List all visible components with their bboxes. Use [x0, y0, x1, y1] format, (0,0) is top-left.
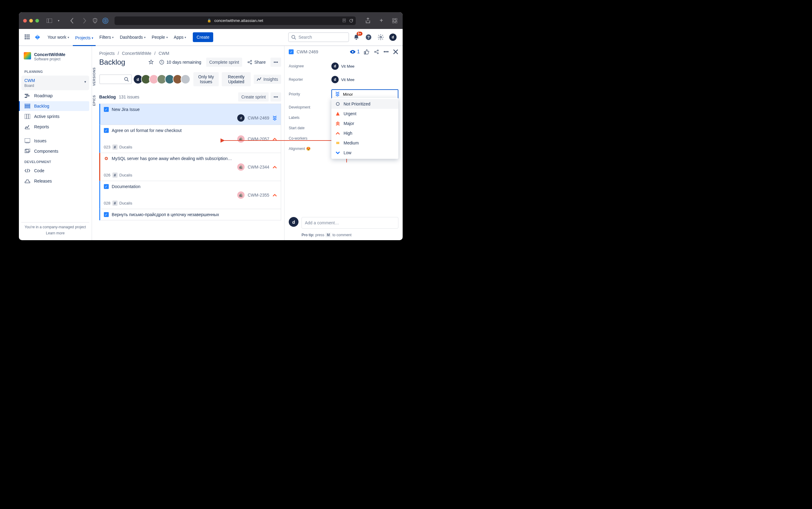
- nav-projects[interactable]: Projects▾: [73, 34, 96, 46]
- star-icon[interactable]: [148, 59, 154, 65]
- assignee-filter-avatars[interactable]: d: [135, 74, 190, 84]
- nav-your-work[interactable]: Your work▾: [45, 33, 72, 41]
- shield-icon[interactable]: [91, 17, 99, 24]
- svg-line-34: [127, 80, 128, 81]
- sidebar-backlog[interactable]: Backlog: [19, 101, 89, 111]
- svg-rect-23: [25, 138, 30, 142]
- section-planning: PLANNING: [21, 66, 89, 75]
- search-input[interactable]: Search: [288, 32, 349, 42]
- reports-icon: [24, 124, 31, 129]
- thumbs-up-icon[interactable]: [364, 49, 369, 55]
- releases-icon: [24, 179, 31, 183]
- lock-icon: 🔒: [207, 19, 211, 23]
- reload-icon[interactable]: [349, 19, 353, 23]
- recently-updated-button[interactable]: Recently Updated: [222, 72, 250, 86]
- share-icon[interactable]: [364, 17, 372, 24]
- create-button[interactable]: Create: [193, 32, 213, 42]
- tabs-icon[interactable]: [391, 17, 398, 24]
- sidebar-code[interactable]: Code: [21, 166, 89, 176]
- complete-sprint-button[interactable]: Complete sprint: [206, 58, 242, 67]
- only-my-issues-button[interactable]: Only My Issues: [193, 72, 219, 86]
- more-icon[interactable]: •••: [383, 49, 389, 55]
- backlog-icon: [24, 104, 31, 108]
- close-window[interactable]: [23, 19, 27, 23]
- url-bar[interactable]: 🔒 concertwithme.atlassian.net 🈂: [114, 16, 356, 25]
- insights-button[interactable]: Insights: [254, 75, 281, 84]
- footer-note: You're in a company-managed project: [25, 225, 86, 229]
- watch-button[interactable]: 1: [349, 49, 360, 55]
- issue-card[interactable]: ✓Documentation🪨CWM-2355028#Ducalis: [99, 181, 281, 209]
- components-icon: [24, 149, 31, 154]
- issue-card[interactable]: MySQL server has gone away when dealing …: [99, 153, 281, 181]
- learn-more-link[interactable]: Learn more: [24, 231, 87, 235]
- svg-rect-15: [26, 95, 30, 96]
- more-menu-button[interactable]: •••: [270, 58, 281, 67]
- sidebar-releases[interactable]: Releases: [21, 176, 89, 186]
- onepassword-icon[interactable]: [102, 17, 109, 24]
- priority-option[interactable]: High: [331, 128, 398, 138]
- filter-search[interactable]: [99, 74, 132, 84]
- priority-option[interactable]: Not Prioritized: [331, 99, 398, 109]
- share-icon[interactable]: [374, 49, 379, 55]
- max-window[interactable]: [35, 19, 39, 23]
- issue-card[interactable]: ✓Agree on url format for new checkout🪨CW…: [99, 125, 281, 153]
- svg-rect-25: [25, 150, 29, 153]
- issue-card[interactable]: ✓New Jira IssuedCWM-2469: [99, 104, 281, 125]
- priority-option[interactable]: Medium: [331, 138, 398, 148]
- code-icon: [24, 169, 31, 173]
- panel-issue-key[interactable]: CWM-2469: [297, 49, 318, 54]
- profile-avatar[interactable]: d: [388, 32, 398, 42]
- backlog-more-button[interactable]: •••: [270, 92, 281, 101]
- section-development: DEVELOPMENT: [21, 156, 89, 166]
- svg-point-43: [336, 102, 339, 105]
- chevron-down-icon[interactable]: ▾: [55, 17, 62, 24]
- translate-icon[interactable]: 🈂: [342, 18, 346, 23]
- epics-tab[interactable]: EPICS: [92, 95, 96, 106]
- nav-dashboards[interactable]: Dashboards▾: [117, 33, 148, 41]
- reporter-value[interactable]: dVit Mee: [331, 76, 355, 83]
- sidebar-roadmap[interactable]: Roadmap: [21, 91, 89, 101]
- priority-icon: [336, 141, 340, 145]
- crumb-project[interactable]: ConcertWithMe: [122, 51, 151, 56]
- priority-option[interactable]: Urgent: [331, 109, 398, 118]
- create-sprint-button[interactable]: Create sprint: [238, 92, 269, 101]
- sidebar-components[interactable]: Components: [21, 146, 89, 156]
- min-window[interactable]: [29, 19, 33, 23]
- notifications-icon[interactable]: 9+: [352, 32, 361, 42]
- crumb-board[interactable]: CWM: [159, 51, 169, 56]
- assignee-value[interactable]: dVit Mee: [331, 63, 355, 70]
- priority-icon: [336, 131, 340, 135]
- task-icon: ✓: [289, 49, 294, 54]
- issue-card[interactable]: ✓Вернуть письмо-прайсдроп в цепочку неза…: [99, 209, 281, 220]
- svg-rect-17: [25, 104, 30, 105]
- nav-people[interactable]: People▾: [149, 33, 170, 41]
- share-button[interactable]: Share: [247, 60, 266, 65]
- board-switcher[interactable]: CWM Board ▾: [21, 76, 89, 90]
- help-icon[interactable]: ?: [364, 32, 373, 42]
- comment-input[interactable]: Add a comment…: [301, 217, 398, 229]
- nav-filters[interactable]: Filters▾: [97, 33, 116, 41]
- days-remaining: 10 days remaining: [166, 60, 201, 65]
- sidebar-issues[interactable]: Issues: [21, 136, 89, 146]
- svg-rect-5: [392, 18, 394, 20]
- forward-icon[interactable]: [81, 17, 88, 24]
- svg-rect-18: [25, 105, 30, 107]
- url-text: concertwithme.atlassian.net: [214, 18, 263, 23]
- app-switcher-icon[interactable]: [24, 34, 31, 41]
- sidebar-reports[interactable]: Reports: [21, 122, 89, 132]
- priority-option[interactable]: Low: [331, 148, 398, 158]
- priority-icon: [336, 121, 340, 126]
- sidebar-icon[interactable]: [46, 17, 53, 24]
- close-icon[interactable]: [393, 49, 398, 55]
- priority-option[interactable]: Major: [331, 118, 398, 128]
- new-tab-icon[interactable]: +: [378, 17, 385, 24]
- settings-icon[interactable]: [376, 32, 385, 42]
- nav-apps[interactable]: Apps▾: [172, 33, 189, 41]
- crumb-projects[interactable]: Projects: [99, 51, 115, 56]
- page-title: Backlog: [99, 58, 125, 66]
- back-icon[interactable]: [68, 17, 76, 24]
- sidebar-active-sprints[interactable]: Active sprints: [21, 111, 89, 121]
- jira-logo-icon[interactable]: [34, 34, 41, 40]
- versions-tab[interactable]: VERSIONS: [92, 67, 96, 86]
- priority-icon: [336, 150, 340, 155]
